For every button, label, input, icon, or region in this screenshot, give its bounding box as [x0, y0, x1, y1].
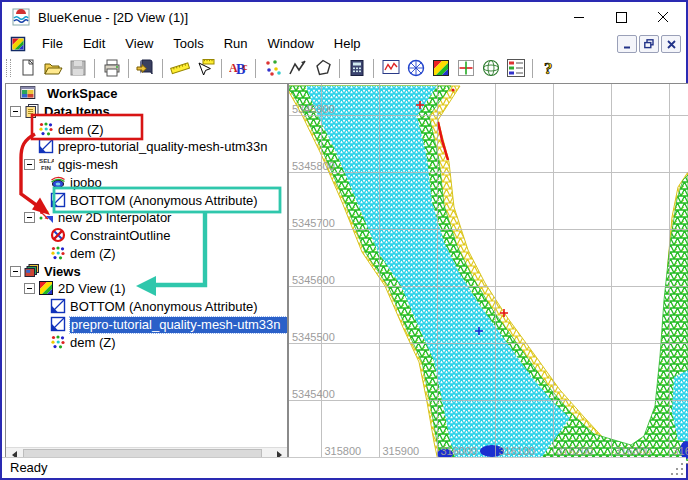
polygon-icon	[313, 58, 333, 78]
tree-item-constraintoutline[interactable]: ConstraintOutline	[6, 226, 287, 244]
window-title: BlueKenue - [2D View (1)]	[38, 10, 188, 25]
menu-item-help[interactable]: Help	[324, 34, 371, 53]
tree-expander-icon[interactable]	[10, 106, 21, 117]
toolbar: ABc?	[2, 55, 686, 82]
tree-item-data-items[interactable]: Data Items	[6, 102, 287, 120]
minimize-button[interactable]	[558, 2, 600, 32]
help-button[interactable]: ?	[537, 57, 562, 80]
probe-ruler-icon	[195, 58, 215, 78]
legend-button[interactable]	[503, 57, 528, 80]
calculator-button[interactable]	[344, 57, 369, 80]
document-icon	[10, 36, 26, 52]
menu-item-edit[interactable]: Edit	[73, 34, 115, 53]
menu-item-file[interactable]: File	[32, 34, 73, 53]
print-button[interactable]	[99, 57, 124, 80]
tree-item-label: qgis-mesh	[58, 157, 118, 172]
tree-item-workspace[interactable]: WorkSpace	[6, 84, 287, 102]
resize-grip[interactable]	[671, 463, 684, 476]
tree-item-2d-view-1[interactable]: 2D View (1)	[6, 279, 287, 297]
close-button[interactable]	[642, 2, 684, 32]
tree-item-dem-z[interactable]: dem (Z)	[6, 244, 287, 262]
toolbar-separator	[221, 59, 222, 78]
svg-text:?: ?	[544, 59, 553, 78]
toolbar-separator	[255, 59, 256, 78]
title-bar[interactable]: BlueKenue - [2D View (1)]	[2, 2, 686, 32]
workspace-tree-panel[interactable]: WorkSpaceData Itemsdem (Z)prepro-tutoria…	[5, 83, 288, 464]
views-icon	[24, 263, 40, 279]
menu-item-tools[interactable]: Tools	[163, 34, 213, 53]
tree-item-views[interactable]: Views	[6, 262, 287, 280]
mesh-canvas[interactable]	[289, 84, 688, 461]
toolbar-separator	[532, 59, 533, 78]
tree-item-dem-z[interactable]: dem (Z)	[6, 120, 287, 138]
sphere-mesh-button[interactable]	[478, 57, 503, 80]
tree-item-label: new 2D Interpolator	[58, 210, 171, 225]
mdi-restore-button[interactable]	[639, 35, 659, 53]
tree-item-dem-z[interactable]: dem (Z)	[6, 333, 287, 351]
dots-icon	[50, 245, 66, 261]
interp-icon: a	[38, 209, 54, 225]
new-file-button[interactable]	[15, 57, 40, 80]
toolbar-grip[interactable]	[6, 59, 11, 77]
polygon-button[interactable]	[310, 57, 335, 80]
tree-item-label: WorkSpace	[47, 86, 118, 101]
menu-bar: FileEditViewToolsRunWindowHelp	[2, 32, 686, 55]
tree-item-ipobo[interactable]: ipobo	[6, 173, 287, 191]
tree-item-label: dem (Z)	[70, 246, 116, 261]
deep-spot-2	[480, 445, 504, 457]
legend-icon	[506, 58, 526, 78]
tree-expander-icon[interactable]	[24, 212, 35, 223]
colormap-icon	[431, 58, 451, 78]
dots-icon	[50, 334, 66, 350]
toolbar-separator	[339, 59, 340, 78]
workspace-icon	[20, 85, 42, 101]
scatter-points-button[interactable]	[260, 57, 285, 80]
ruler-button[interactable]	[167, 57, 192, 80]
tree-item-prepro-tutorial-quality-mesh-utm33n[interactable]: prepro-tutorial_quality-mesh-utm33n	[6, 137, 287, 155]
tree-expander-icon[interactable]	[10, 266, 21, 277]
tree-item-label: dem (Z)	[70, 335, 116, 350]
help-icon: ?	[540, 58, 560, 78]
probe-ruler-button[interactable]	[192, 57, 217, 80]
save-icon	[68, 58, 88, 78]
ruler-icon	[170, 58, 190, 78]
tree-expander-icon[interactable]	[24, 283, 35, 294]
mdi-close-button[interactable]	[661, 35, 681, 53]
mdi-minimize-button[interactable]	[617, 35, 637, 53]
axes-button[interactable]	[453, 57, 478, 80]
save-button[interactable]	[65, 57, 90, 80]
tree-item-label: dem (Z)	[58, 122, 104, 137]
app-window: BlueKenue - [2D View (1)] FileEditViewTo…	[0, 0, 688, 480]
import-book-button[interactable]	[133, 57, 158, 80]
tree-item-prepro-tutorial-quality-mesh-utm33n[interactable]: prepro-tutorial_quality-mesh-utm33n	[6, 315, 287, 333]
menu-item-window[interactable]: Window	[258, 34, 324, 53]
tree-item-label: prepro-tutorial_quality-mesh-utm33n	[70, 317, 287, 333]
ipobo-icon	[50, 174, 66, 190]
tree-item-label: ConstraintOutline	[70, 228, 170, 243]
timeseries-plot-button[interactable]	[378, 57, 403, 80]
import-book-icon	[136, 58, 156, 78]
map-view-2d[interactable]: 5345900534580053457005345600534550053454…	[288, 83, 688, 464]
calculator-icon	[347, 58, 367, 78]
tree-item-label: ipobo	[70, 175, 102, 190]
print-icon	[102, 58, 122, 78]
tree-item-qgis-mesh[interactable]: SELAFINqgis-mesh	[6, 155, 287, 173]
polyline-button[interactable]	[285, 57, 310, 80]
font-abc-button[interactable]: ABc	[226, 57, 251, 80]
tree-item-bottom-anonymous-attribute[interactable]: BOTTOM (Anonymous Attribute)	[6, 297, 287, 315]
maximize-button[interactable]	[600, 2, 642, 32]
menu-item-view[interactable]: View	[115, 34, 163, 53]
tree-expander-icon[interactable]	[24, 159, 35, 170]
svg-text:SELA: SELA	[39, 157, 54, 164]
svg-text:FIN: FIN	[41, 164, 51, 171]
status-bar: Ready	[2, 457, 686, 478]
open-folder-button[interactable]	[40, 57, 65, 80]
mesh-globe-button[interactable]	[403, 57, 428, 80]
colormap-button[interactable]	[428, 57, 453, 80]
tree-item-bottom-anonymous-attribute[interactable]: BOTTOM (Anonymous Attribute)	[6, 191, 287, 209]
font-abc-icon: ABc	[229, 58, 249, 78]
scatter-points-icon	[263, 58, 283, 78]
menu-item-run[interactable]: Run	[214, 34, 258, 53]
tree-item-new-2d-interpolator[interactable]: anew 2D Interpolator	[6, 208, 287, 226]
open-folder-icon	[43, 58, 63, 78]
